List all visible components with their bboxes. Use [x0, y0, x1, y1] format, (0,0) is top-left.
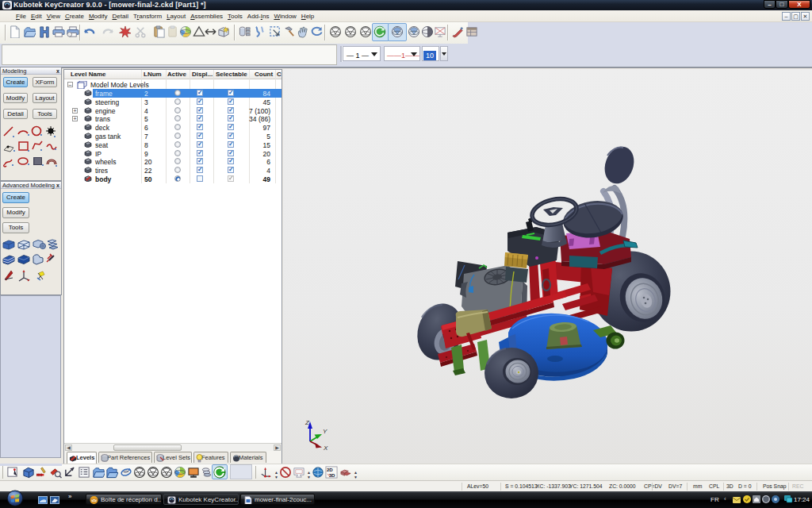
svg-text:X: X: [323, 444, 328, 450]
svg-text:Y: Y: [323, 428, 327, 435]
